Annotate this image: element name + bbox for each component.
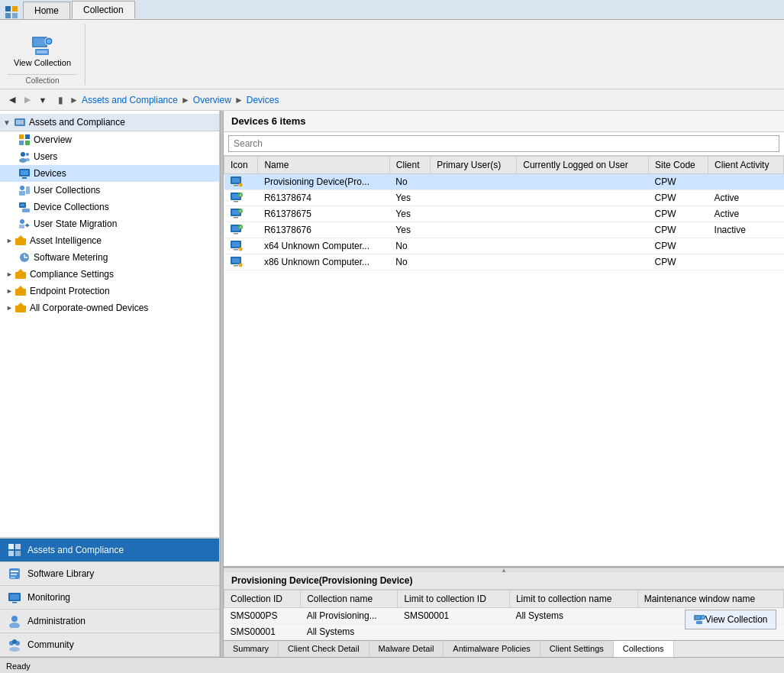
svg-marker-37 <box>18 286 24 289</box>
row-client-3: Yes <box>389 222 430 238</box>
sidebar-item-user-state-migration[interactable]: User State Migration <box>0 215 219 232</box>
collections-table: Collection ID Collection name Limit to c… <box>224 590 784 640</box>
device-icon-0: ! <box>231 176 243 187</box>
row-name-0: Provisioning Device(Pro... <box>258 174 389 190</box>
bottom-row-limit-id-0: SMS00001 <box>398 608 510 624</box>
sidebar-item-user-collections[interactable]: User Collections <box>0 182 219 199</box>
row-icon-2: ✓ <box>224 206 258 222</box>
sidebar-users-label: Users <box>34 151 57 162</box>
sidebar: ▼ Assets and Compliance Overview Users <box>0 111 220 657</box>
row-logged-1 <box>517 190 649 206</box>
sidebar-item-overview[interactable]: Overview <box>0 131 219 148</box>
sidebar-bottom-assets-label: Assets and Compliance <box>27 545 124 555</box>
table-row[interactable]: ! Provisioning Device(Pro... No CPW <box>224 174 784 190</box>
sidebar-item-asset-intelligence[interactable]: ► Asset Intelligence <box>0 232 219 249</box>
admin-nav-icon <box>8 614 21 628</box>
view-collection-ribbon-button[interactable]: View Collection <box>8 31 77 71</box>
table-row[interactable]: ! x64 Unknown Computer... No CPW <box>224 238 784 254</box>
sidebar-item-endpoint-protection[interactable]: ► Endpoint Protection <box>0 283 219 299</box>
svg-text:!: ! <box>240 264 240 267</box>
tab-collection[interactable]: Collection <box>72 1 135 19</box>
tab-collections[interactable]: Collections <box>614 641 674 657</box>
compliance-icon <box>15 268 27 280</box>
svg-rect-14 <box>19 141 24 145</box>
bottom-row-name-1: All Systems <box>301 624 398 640</box>
assets-compliance-node-icon <box>14 116 26 128</box>
svg-text:✓: ✓ <box>239 225 242 229</box>
ribbon-section-collection: View Collection Collection <box>8 24 85 85</box>
main-layout: ▼ Assets and Compliance Overview Users <box>0 111 784 657</box>
bottom-panel: ▲ Provisioning Device(Provisioning Devic… <box>224 566 784 657</box>
col-logged-user[interactable]: Currently Logged on User <box>517 157 649 174</box>
sidebar-item-users[interactable]: Users <box>0 148 219 165</box>
col-icon[interactable]: Icon <box>224 157 258 174</box>
col-client[interactable]: Client <box>389 157 430 174</box>
tree-collapse-arrow[interactable]: ▼ <box>3 118 11 127</box>
row-logged-0 <box>517 174 649 190</box>
search-input[interactable] <box>228 135 779 152</box>
col-activity[interactable]: Client Activity <box>708 157 784 174</box>
ribbon: Home Collection View Collection Colle <box>0 0 784 89</box>
col-site-code[interactable]: Site Code <box>649 157 708 174</box>
sidebar-item-corporate-devices[interactable]: ► All Corporate-owned Devices <box>0 299 219 316</box>
sidebar-item-device-collections[interactable]: Device Collections <box>0 199 219 215</box>
sidebar-user-collections-label: User Collections <box>34 185 100 196</box>
tab-client-check[interactable]: Client Check Detail <box>279 641 369 657</box>
table-row[interactable]: ✓ R61378675 Yes CPW Active <box>224 206 784 222</box>
table-row[interactable]: ✓ R61378674 Yes CPW Active <box>224 190 784 206</box>
row-site-3: CPW <box>649 222 708 238</box>
svg-rect-27 <box>21 204 24 206</box>
sidebar-bottom-assets[interactable]: Assets and Compliance <box>0 539 219 562</box>
svg-rect-28 <box>22 209 30 212</box>
sidebar-item-devices[interactable]: Devices <box>0 165 219 182</box>
tab-antimalware[interactable]: Antimalware Policies <box>444 641 540 657</box>
breadcrumb-devices[interactable]: Devices <box>247 95 279 105</box>
device-icon-2: ✓ <box>231 209 243 219</box>
col-maint-window[interactable]: Maintenance window name <box>637 590 783 608</box>
breadcrumb: ▮ ► Assets and Compliance ► Overview ► D… <box>55 95 279 105</box>
user-collections-icon <box>18 184 31 196</box>
nav-bar: ◀ ▶ ▼ ▮ ► Assets and Compliance ► Overvi… <box>0 89 784 111</box>
svg-rect-40 <box>8 544 14 549</box>
sidebar-bottom-community[interactable]: Community <box>0 633 219 657</box>
bottom-row-limit-id-1 <box>398 624 510 640</box>
breadcrumb-overview[interactable]: Overview <box>193 95 231 105</box>
table-row[interactable]: ! x86 Unknown Computer... No CPW <box>224 254 784 270</box>
svg-rect-21 <box>21 170 28 175</box>
svg-rect-88 <box>695 616 700 619</box>
sidebar-root-label[interactable]: Assets and Compliance <box>29 117 125 128</box>
table-row[interactable]: ✓ R61378676 Yes CPW Inactive <box>224 222 784 238</box>
forward-button[interactable]: ▶ <box>20 92 35 108</box>
sidebar-item-compliance-settings[interactable]: ► Compliance Settings <box>0 266 219 283</box>
view-collection-button[interactable]: View Collection <box>685 610 776 629</box>
col-collection-name[interactable]: Collection name <box>301 590 398 608</box>
content-area: Devices 6 items Icon Name Client Primary… <box>224 111 784 657</box>
dropdown-button[interactable]: ▼ <box>35 92 50 108</box>
breadcrumb-assets[interactable]: Assets and Compliance <box>82 95 178 105</box>
tab-summary[interactable]: Summary <box>224 641 279 657</box>
sidebar-item-software-metering[interactable]: Software Metering <box>0 249 219 266</box>
svg-text:✓: ✓ <box>239 193 242 197</box>
svg-rect-2 <box>5 13 11 18</box>
sidebar-bottom-software[interactable]: Software Library <box>0 562 219 586</box>
back-button[interactable]: ◀ <box>5 92 20 108</box>
col-limit-id[interactable]: Limit to collection ID <box>398 590 510 608</box>
tab-malware[interactable]: Malware Detail <box>369 641 444 657</box>
sidebar-bottom-monitoring[interactable]: Monitoring <box>0 586 219 610</box>
sidebar-bottom-admin[interactable]: Administration <box>0 610 219 633</box>
resize-indicator: ▲ <box>501 567 507 574</box>
device-collections-icon <box>18 201 31 213</box>
content-main: Devices 6 items Icon Name Client Primary… <box>224 111 784 566</box>
bottom-table-row[interactable]: SMS000PS All Provisioning... SMS00001 Al… <box>224 608 784 624</box>
col-limit-name[interactable]: Limit to collection name <box>509 590 637 608</box>
sidebar-tree: ▼ Assets and Compliance Overview Users <box>0 111 219 537</box>
col-name[interactable]: Name <box>258 157 389 174</box>
svg-point-91 <box>702 616 705 619</box>
software-metering-icon <box>18 251 31 264</box>
svg-rect-78 <box>232 242 240 247</box>
tab-home[interactable]: Home <box>23 2 70 19</box>
col-primary-user[interactable]: Primary User(s) <box>431 157 517 174</box>
bottom-table-container: Collection ID Collection name Limit to c… <box>224 590 784 640</box>
tab-client-settings[interactable]: Client Settings <box>540 641 614 657</box>
col-collection-id[interactable]: Collection ID <box>224 590 301 608</box>
